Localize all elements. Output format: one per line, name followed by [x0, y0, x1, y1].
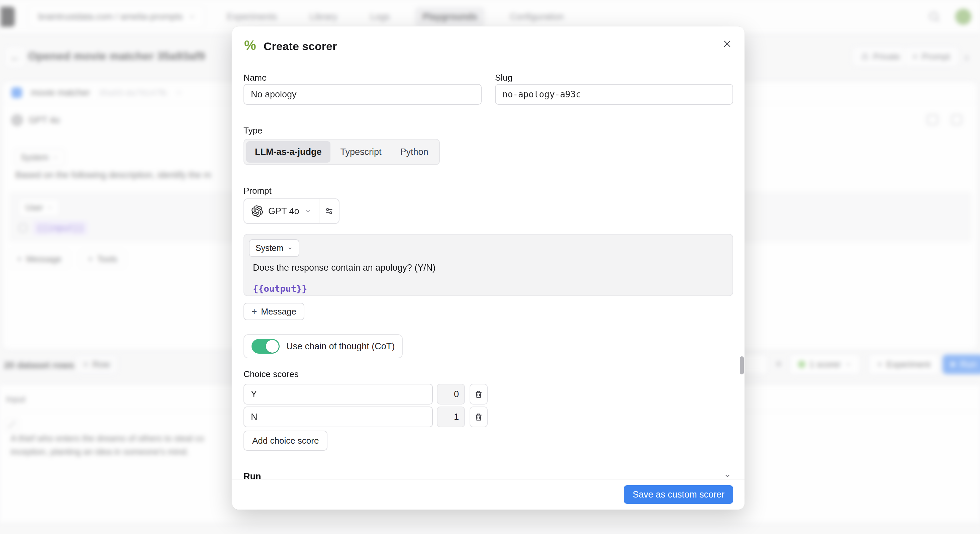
modal-title: Create scorer — [264, 40, 337, 53]
create-scorer-modal: % Create scorer Name Slug Type LLM-as-a-… — [232, 26, 745, 510]
message-role-label: System — [256, 243, 283, 253]
toggle-knob — [266, 340, 278, 353]
cot-label: Use chain of thought (CoT) — [286, 341, 395, 352]
slug-label: Slug — [495, 73, 512, 83]
close-icon — [722, 39, 732, 49]
sliders-icon — [325, 206, 334, 216]
type-option-llm-judge[interactable]: LLM-as-a-judge — [246, 141, 331, 163]
model-split-button: GPT 4o — [243, 198, 339, 224]
delete-choice-n-button[interactable] — [469, 406, 488, 427]
output-variable: {{output}} — [253, 284, 307, 294]
choice-scores-label: Choice scores — [243, 369, 299, 379]
model-dropdown[interactable]: GPT 4o — [244, 199, 319, 223]
choice-input-n[interactable] — [243, 406, 433, 427]
trash-icon — [474, 413, 483, 421]
cot-toggle[interactable] — [251, 339, 280, 354]
plus-icon: + — [251, 306, 257, 317]
name-label: Name — [243, 73, 267, 83]
close-button[interactable] — [720, 37, 735, 51]
type-label: Type — [243, 126, 262, 136]
prompt-label: Prompt — [243, 186, 272, 196]
add-choice-score-button[interactable]: Add choice score — [243, 430, 328, 451]
delete-choice-y-button[interactable] — [469, 384, 488, 405]
type-segmented-control: LLM-as-a-judge Typescript Python — [243, 139, 440, 165]
add-choice-score-label: Add choice score — [252, 436, 319, 446]
type-option-typescript[interactable]: Typescript — [332, 141, 390, 163]
cot-toggle-container: Use chain of thought (CoT) — [243, 334, 403, 358]
modal-add-message-label: Message — [261, 306, 296, 317]
openai-icon — [251, 206, 263, 217]
prompt-message-text: Does the response contain an apology? (Y… — [253, 263, 436, 273]
chevron-down-icon — [724, 472, 731, 479]
scorer-percent-icon: % — [244, 38, 256, 53]
modal-add-message-button[interactable]: + Message — [243, 303, 304, 320]
choice-score-y[interactable]: 0 — [437, 384, 465, 405]
message-role-dropdown[interactable]: System — [249, 239, 299, 257]
run-section-header[interactable]: Run — [232, 472, 745, 479]
chevron-down-icon — [305, 208, 312, 214]
trash-icon — [474, 390, 483, 399]
save-as-custom-scorer-button[interactable]: Save as custom scorer — [624, 485, 733, 504]
name-input[interactable] — [243, 84, 482, 105]
chevron-down-icon — [287, 245, 293, 251]
choice-score-n[interactable]: 1 — [437, 406, 465, 427]
prompt-editor[interactable]: System Does the response contain an apol… — [243, 234, 733, 296]
slug-input[interactable] — [495, 84, 733, 105]
model-name: GPT 4o — [268, 206, 299, 217]
app-root: braintrustdata.com / amelia-prompts Expe… — [0, 0, 980, 534]
modal-scrollbar-thumb[interactable] — [740, 356, 744, 375]
model-params-button[interactable] — [320, 199, 339, 223]
modal-footer: Save as custom scorer — [232, 479, 745, 510]
choice-input-y[interactable] — [243, 384, 433, 405]
run-section-label: Run — [243, 472, 261, 479]
type-option-python[interactable]: Python — [392, 141, 437, 163]
